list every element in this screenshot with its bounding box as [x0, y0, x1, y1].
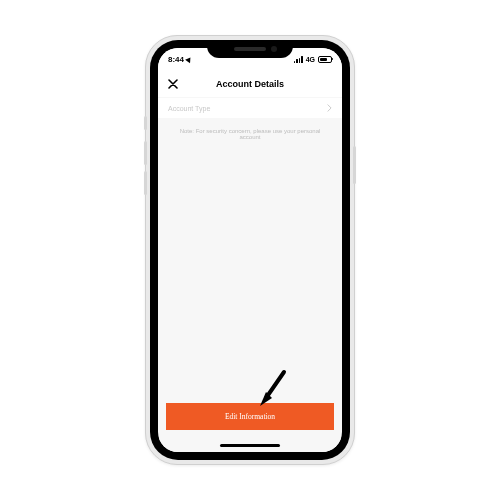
- screen: 8:44 4G Account Details: [158, 48, 342, 452]
- home-indicator-area: [158, 438, 342, 452]
- front-camera: [271, 46, 277, 52]
- mute-switch: [144, 116, 147, 130]
- battery-icon: [318, 56, 332, 63]
- notch: [207, 40, 293, 58]
- chevron-right-icon: [327, 104, 332, 112]
- account-type-row[interactable]: Account Type: [158, 98, 342, 118]
- location-icon: [185, 55, 193, 63]
- status-time: 8:44: [168, 55, 184, 64]
- phone-mockup: 8:44 4G Account Details: [145, 35, 355, 465]
- security-note: Note: For security concern, please use y…: [170, 128, 330, 140]
- network-type: 4G: [306, 56, 315, 63]
- account-type-label: Account Type: [168, 105, 210, 112]
- volume-up: [144, 141, 147, 165]
- volume-down: [144, 171, 147, 195]
- edit-information-button[interactable]: Edit Information: [166, 403, 334, 430]
- phone-bezel: 8:44 4G Account Details: [150, 40, 350, 460]
- close-icon: [168, 79, 178, 89]
- power-button: [353, 146, 356, 184]
- nav-bar: Account Details: [158, 70, 342, 98]
- speaker: [234, 47, 266, 51]
- signal-icon: [294, 56, 303, 63]
- close-button[interactable]: [166, 77, 180, 91]
- page-title: Account Details: [158, 79, 342, 89]
- cta-container: Edit Information: [158, 395, 342, 438]
- content-spacer: [158, 150, 342, 395]
- home-indicator[interactable]: [220, 444, 280, 447]
- note-area: Note: For security concern, please use y…: [158, 118, 342, 150]
